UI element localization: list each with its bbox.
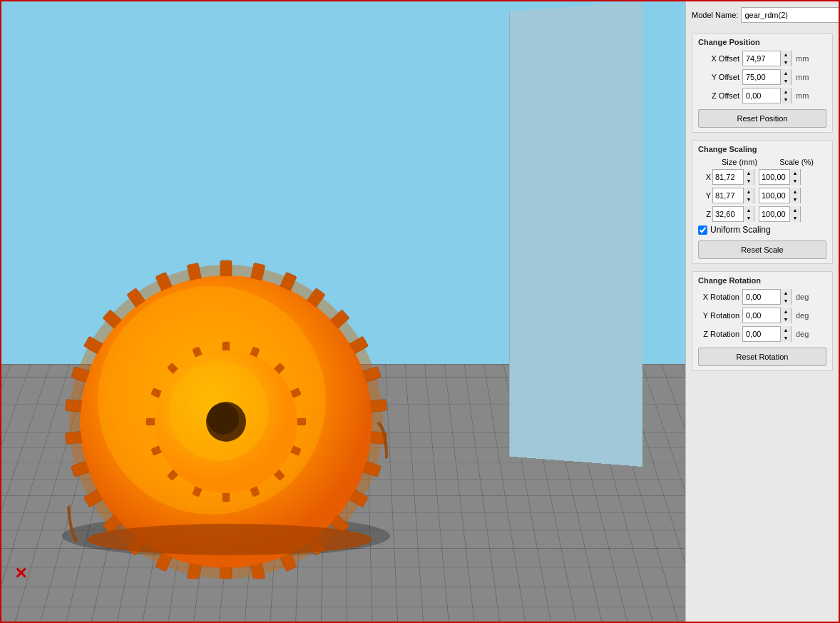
scale-z-row: Z ▲ ▼ ▲ ▼: [698, 206, 826, 222]
x-offset-row: X Offset ▲ ▼ mm: [698, 51, 826, 66]
scale-z-pct-down[interactable]: ▼: [790, 214, 800, 222]
model-name-label: Model Name:: [692, 11, 738, 19]
y-rotation-row: Y Rotation ▲ ▼ deg: [698, 308, 826, 323]
scale-y-size-wrap: ▲ ▼: [712, 188, 754, 203]
scale-y-pct-down[interactable]: ▼: [790, 196, 800, 203]
z-rotation-down[interactable]: ▼: [781, 334, 791, 342]
x-offset-down[interactable]: ▼: [781, 59, 791, 66]
scale-z-pct-up[interactable]: ▲: [790, 206, 800, 214]
z-offset-input-wrap: ▲ ▼: [742, 88, 792, 103]
z-rotation-input[interactable]: [743, 327, 780, 341]
y-rotation-label: Y Rotation: [698, 311, 739, 320]
uniform-scaling-row: Uniform Scaling: [698, 225, 826, 235]
z-offset-spinners: ▲ ▼: [780, 88, 791, 103]
model-name-row: Model Name:: [692, 7, 833, 23]
origin-marker: ✕: [10, 563, 31, 584]
x-rotation-spin: ▲ ▼: [780, 289, 791, 305]
z-rotation-spin: ▲ ▼: [780, 326, 791, 342]
scale-x-size-input[interactable]: [713, 170, 743, 184]
y-rotation-input[interactable]: [743, 308, 780, 323]
x-rotation-wrap: ▲ ▼: [742, 289, 792, 305]
z-offset-input[interactable]: [743, 88, 780, 103]
y-offset-row: Y Offset ▲ ▼ mm: [698, 69, 826, 85]
scale-z-pct-input[interactable]: [759, 207, 789, 221]
wall-right: [509, 1, 642, 467]
scaling-title: Change Scaling: [698, 145, 826, 153]
z-rotation-row: Z Rotation ▲ ▼ deg: [698, 326, 826, 342]
z-rotation-label: Z Rotation: [698, 330, 739, 338]
y-offset-up[interactable]: ▲: [781, 69, 791, 77]
right-panel: Model Name: Change Position X Offset ▲ ▼…: [685, 1, 839, 622]
z-offset-unit: mm: [796, 91, 809, 100]
svg-point-56: [208, 403, 239, 435]
rotation-title: Change Rotation: [698, 276, 826, 285]
viewport[interactable]: ✕: [1, 1, 685, 622]
y-rotation-unit: deg: [796, 311, 809, 320]
scale-x-size-up[interactable]: ▲: [744, 169, 754, 177]
rotation-section: Change Rotation X Rotation ▲ ▼ deg Y Rot…: [692, 271, 833, 371]
scale-x-size-spin: ▲ ▼: [743, 169, 754, 185]
scale-x-pct-spin: ▲ ▼: [789, 169, 800, 185]
scale-x-pct-up[interactable]: ▲: [790, 169, 800, 177]
scale-y-size-spin: ▲ ▼: [743, 188, 754, 203]
z-offset-up[interactable]: ▲: [781, 88, 791, 96]
z-rotation-unit: deg: [796, 330, 809, 338]
y-rotation-up[interactable]: ▲: [781, 308, 791, 315]
scale-x-pct-down[interactable]: ▼: [790, 177, 800, 185]
scale-z-pct-spin: ▲ ▼: [789, 206, 800, 222]
reset-rotation-button[interactable]: Reset Rotation: [698, 348, 826, 366]
z-rotation-up[interactable]: ▲: [781, 326, 791, 334]
position-section: Change Position X Offset ▲ ▼ mm Y Offset: [692, 33, 833, 133]
z-offset-down[interactable]: ▼: [781, 96, 791, 103]
uniform-scaling-checkbox[interactable]: [698, 226, 707, 235]
gear-model: [37, 208, 451, 579]
x-offset-unit: mm: [796, 54, 809, 63]
scale-z-size-down[interactable]: ▼: [744, 214, 754, 222]
position-title: Change Position: [698, 38, 826, 46]
y-offset-input-wrap: ▲ ▼: [742, 69, 792, 85]
scale-z-size-up[interactable]: ▲: [744, 206, 754, 214]
scale-y-size-input[interactable]: [713, 188, 743, 203]
x-offset-spinners: ▲ ▼: [780, 51, 791, 66]
x-offset-input-wrap: ▲ ▼: [742, 51, 792, 66]
scale-y-pct-up[interactable]: ▲: [790, 188, 800, 196]
scale-y-size-up[interactable]: ▲: [744, 188, 754, 196]
x-offset-label: X Offset: [698, 54, 739, 63]
scale-x-size-down[interactable]: ▼: [744, 177, 754, 185]
scale-y-size-down[interactable]: ▼: [744, 196, 754, 203]
y-rotation-down[interactable]: ▼: [781, 315, 791, 323]
scale-x-label: X: [698, 173, 711, 181]
main-area: ✕ Model Name: Change Position X Offset ▲…: [1, 1, 839, 622]
scale-x-pct-wrap: ▲ ▼: [759, 169, 801, 185]
uniform-scaling-label: Uniform Scaling: [710, 225, 771, 235]
scale-y-pct-input[interactable]: [759, 188, 789, 203]
y-rotation-spin: ▲ ▼: [780, 308, 791, 323]
scale-x-row: X ▲ ▼ ▲ ▼: [698, 169, 826, 185]
x-rotation-label: X Rotation: [698, 293, 739, 301]
y-offset-down[interactable]: ▼: [781, 77, 791, 85]
scale-y-row: Y ▲ ▼ ▲ ▼: [698, 188, 826, 203]
x-offset-input[interactable]: [743, 51, 780, 66]
scale-z-size-input[interactable]: [713, 207, 743, 221]
reset-position-button[interactable]: Reset Position: [698, 109, 826, 128]
scale-y-pct-spin: ▲ ▼: [789, 188, 800, 203]
z-offset-row: Z Offset ▲ ▼ mm: [698, 88, 826, 103]
reset-scale-button[interactable]: Reset Scale: [698, 240, 826, 259]
x-rotation-input[interactable]: [743, 290, 780, 304]
x-rotation-up[interactable]: ▲: [781, 289, 791, 297]
x-offset-up[interactable]: ▲: [781, 51, 791, 59]
y-offset-label: Y Offset: [698, 73, 739, 81]
y-offset-input[interactable]: [743, 70, 780, 84]
scale-x-size-wrap: ▲ ▼: [712, 169, 754, 185]
x-rotation-down[interactable]: ▼: [781, 297, 791, 305]
y-rotation-wrap: ▲ ▼: [742, 308, 792, 323]
scale-x-pct-input[interactable]: [759, 170, 789, 184]
scaling-section: Change Scaling Size (mm) Scale (%) X ▲ ▼: [692, 140, 833, 264]
y-offset-unit: mm: [796, 73, 809, 81]
y-offset-spinners: ▲ ▼: [780, 69, 791, 85]
scale-y-label: Y: [698, 191, 711, 200]
model-name-input[interactable]: [741, 7, 839, 23]
scale-z-label: Z: [698, 210, 711, 218]
scale-col-header: Scale (%): [771, 158, 822, 166]
scale-z-size-spin: ▲ ▼: [743, 206, 754, 222]
